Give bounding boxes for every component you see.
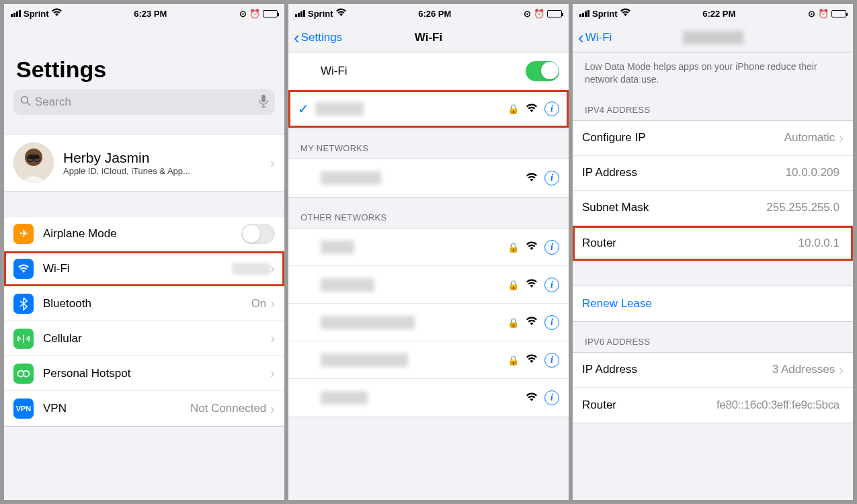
- bluetooth-row[interactable]: Bluetooth On ›: [4, 286, 284, 321]
- lock-icon: 🔒: [507, 355, 519, 366]
- low-data-description: Low Data Mode helps apps on your iPhone …: [573, 52, 853, 90]
- hotspot-row[interactable]: Personal Hotspot ›: [4, 356, 284, 391]
- clock: 6:23 PM: [134, 9, 167, 19]
- status-bar: Sprint 6:22 PM ⊙ ⏰: [573, 4, 853, 23]
- svg-line-1: [28, 102, 31, 106]
- battery-icon: [547, 10, 562, 17]
- network-row[interactable]: 🔒 i: [288, 228, 569, 266]
- page-title: Settings: [4, 23, 284, 89]
- info-icon[interactable]: i: [544, 278, 559, 292]
- info-icon[interactable]: i: [544, 171, 559, 185]
- search-placeholder: Search: [35, 95, 71, 109]
- battery-icon: [831, 10, 846, 17]
- ipv6-header: IPV6 ADDRESS: [573, 322, 853, 352]
- airplane-mode-row[interactable]: ✈ Airplane Mode: [4, 216, 284, 251]
- ipv6-router-row: Router fe80::16c0:3eff:fe9c:5bca: [573, 388, 853, 423]
- apple-id-row[interactable]: Herby Jasmin Apple ID, iCloud, iTunes & …: [4, 134, 284, 191]
- screen-wifi-list: Sprint 6:26 PM ⊙ ⏰ ‹ Settings Wi-Fi Wi-F…: [288, 4, 569, 500]
- hotspot-icon: [13, 364, 34, 384]
- wifi-status-icon: [620, 9, 630, 19]
- orientation-lock-icon: ⊙: [239, 9, 247, 19]
- chevron-right-icon: ›: [270, 401, 275, 417]
- checkmark-icon: ✓: [298, 101, 315, 117]
- avatar: [13, 142, 54, 183]
- other-networks-header: OTHER NETWORKS: [288, 198, 569, 228]
- chevron-right-icon: ›: [270, 366, 275, 381]
- clock: 6:22 PM: [702, 9, 735, 19]
- status-bar: Sprint 6:23 PM ⊙ ⏰: [4, 4, 284, 23]
- microphone-icon[interactable]: [259, 94, 268, 111]
- wifi-signal-icon: [526, 315, 538, 329]
- configure-ip-row[interactable]: Configure IP Automatic ›: [573, 121, 853, 156]
- wifi-switch-row[interactable]: Wi-Fi: [288, 52, 569, 90]
- signal-icon: [579, 10, 589, 17]
- airplane-icon: ✈: [13, 224, 34, 244]
- info-icon[interactable]: i: [544, 390, 559, 405]
- info-icon[interactable]: i: [544, 315, 559, 330]
- wifi-signal-icon: [526, 391, 538, 405]
- chevron-left-icon: ‹: [578, 29, 584, 46]
- info-icon[interactable]: i: [544, 101, 559, 116]
- lock-icon: 🔒: [507, 242, 519, 253]
- carrier-label: Sprint: [592, 9, 618, 19]
- subnet-mask-row: Subnet Mask 255.255.255.0: [573, 191, 853, 226]
- orientation-lock-icon: ⊙: [808, 9, 815, 19]
- connected-network-row[interactable]: ✓ 🔒 i: [288, 90, 569, 128]
- chevron-left-icon: ‹: [294, 29, 300, 46]
- wifi-icon: [13, 259, 34, 279]
- ip-address-row: IP Address 10.0.0.209: [573, 156, 853, 191]
- router-row: Router 10.0.0.1: [573, 226, 853, 261]
- screen-wifi-detail: Sprint 6:22 PM ⊙ ⏰ ‹ Wi-Fi Low Data Mode…: [573, 4, 853, 500]
- lock-icon: 🔒: [507, 317, 519, 328]
- svg-rect-2: [261, 95, 266, 102]
- wifi-network-name-blurred: [233, 263, 270, 275]
- info-icon[interactable]: i: [544, 240, 559, 255]
- battery-icon: [263, 10, 278, 17]
- renew-lease-row[interactable]: Renew Lease: [573, 286, 853, 321]
- carrier-label: Sprint: [24, 9, 49, 19]
- network-row[interactable]: 🔒 i: [288, 304, 569, 341]
- ipv4-header: IPV4 ADDRESS: [573, 90, 853, 120]
- signal-icon: [11, 10, 21, 17]
- network-name-blurred: [321, 316, 415, 329]
- wifi-signal-icon: [526, 278, 538, 292]
- search-input[interactable]: Search: [13, 89, 275, 115]
- network-row[interactable]: 🔒 i: [288, 266, 569, 304]
- alarm-icon: ⏰: [818, 9, 829, 19]
- my-networks-header: MY NETWORKS: [288, 128, 569, 159]
- wifi-signal-icon: [526, 171, 538, 185]
- alarm-icon: ⏰: [249, 9, 260, 19]
- back-button[interactable]: ‹ Settings: [294, 29, 342, 46]
- chevron-right-icon: ›: [270, 261, 275, 276]
- lock-icon: 🔒: [507, 103, 519, 114]
- screen-settings: Sprint 6:23 PM ⊙ ⏰ Settings Search Herby: [4, 4, 284, 500]
- wifi-status-icon: [336, 9, 346, 19]
- nav-bar: ‹ Settings Wi-Fi: [288, 23, 569, 52]
- lock-icon: 🔒: [507, 280, 519, 290]
- cellular-row[interactable]: Cellular ›: [4, 321, 284, 356]
- network-name-blurred: [321, 391, 368, 405]
- wifi-row[interactable]: Wi-Fi ›: [4, 251, 284, 286]
- chevron-right-icon: ›: [839, 130, 844, 146]
- profile-name: Herby Jasmin: [63, 150, 270, 166]
- network-name-blurred: [315, 102, 364, 116]
- info-icon[interactable]: i: [544, 353, 559, 368]
- airplane-toggle[interactable]: [241, 224, 275, 244]
- bluetooth-icon: [13, 294, 34, 314]
- search-icon: [20, 95, 31, 110]
- network-row[interactable]: i: [288, 159, 569, 197]
- network-row[interactable]: 🔒 i: [288, 341, 569, 379]
- clock: 6:26 PM: [418, 9, 451, 19]
- wifi-toggle[interactable]: [526, 61, 559, 81]
- network-name-blurred: [321, 241, 354, 254]
- nav-title: Wi-Fi: [415, 31, 442, 44]
- wifi-signal-icon: [526, 240, 538, 254]
- signal-icon: [295, 10, 305, 17]
- back-button[interactable]: ‹ Wi-Fi: [578, 29, 612, 46]
- network-row[interactable]: i: [288, 379, 569, 417]
- ipv6-addresses-row[interactable]: IP Address 3 Addresses ›: [573, 353, 853, 388]
- vpn-row[interactable]: VPN VPN Not Connected ›: [4, 391, 284, 426]
- status-bar: Sprint 6:26 PM ⊙ ⏰: [288, 4, 569, 23]
- nav-bar: ‹ Wi-Fi: [573, 23, 853, 52]
- wifi-signal-icon: [526, 353, 538, 367]
